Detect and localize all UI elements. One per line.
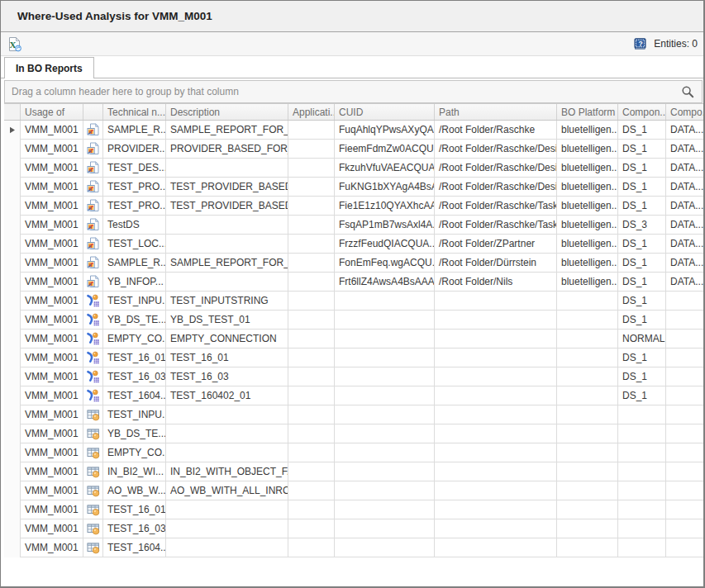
cell-description[interactable]: AO_WB_WITH_ALL_INROV (166, 481, 288, 500)
cell-path[interactable]: /Root Folder/Raschke/Desi... (435, 178, 557, 197)
cell-path[interactable] (435, 349, 557, 368)
cell-description[interactable]: TEST_16_03 (166, 368, 288, 386)
cell-component[interactable]: DS_1 (618, 197, 666, 216)
cell-technical[interactable]: TEST_1604... (103, 386, 166, 405)
cell-usage[interactable]: VMM_M001 (21, 159, 83, 178)
table-row[interactable]: VMM_M001YB_INFOP...Frt6llZ4AwsA4BsAAA...… (4, 273, 704, 292)
cell-description[interactable]: IN_BI2_WITH_OBJECT_F... (166, 462, 288, 481)
export-to-excel-button[interactable]: X (5, 35, 23, 53)
cell-component[interactable]: DS_1 (618, 292, 666, 311)
object-type-cell[interactable] (83, 273, 103, 292)
table-row[interactable]: VMM_M001SAMPLE_R...SAMPLE_REPORT_FOR_T..… (4, 254, 704, 273)
cell-component2[interactable] (666, 405, 704, 424)
object-type-cell[interactable] (83, 424, 103, 443)
cell-technical[interactable]: YB_INFOP... (103, 273, 166, 292)
cell-platform[interactable] (557, 538, 618, 557)
cell-component[interactable]: DS_1 (618, 386, 666, 405)
cell-component2[interactable]: DATA... (666, 178, 704, 197)
cell-technical[interactable]: TestDS (103, 216, 166, 235)
cell-component2[interactable] (666, 538, 704, 557)
object-type-cell[interactable] (83, 481, 103, 500)
table-row[interactable]: VMM_M001TEST_1604...TEST_160402_01DS_1 (4, 386, 704, 405)
cell-application[interactable] (288, 197, 335, 216)
cell-cuid[interactable] (335, 311, 435, 330)
cell-description[interactable]: EMPTY_CONNECTION (166, 330, 288, 349)
cell-component[interactable]: DS_1 (618, 311, 666, 330)
cell-usage[interactable]: VMM_M001 (21, 386, 83, 405)
cell-platform[interactable]: bluetelligen... (557, 235, 618, 254)
cell-component2[interactable] (666, 500, 704, 519)
row-indicator[interactable] (4, 462, 21, 481)
cell-description[interactable] (166, 500, 288, 519)
cell-path[interactable] (435, 481, 557, 500)
cell-component2[interactable] (666, 386, 704, 405)
cell-application[interactable] (288, 159, 335, 178)
cell-application[interactable] (288, 443, 335, 462)
cell-usage[interactable]: VMM_M001 (21, 178, 83, 197)
cell-path[interactable] (435, 500, 557, 519)
column-header-description[interactable]: Description (166, 104, 288, 120)
cell-component2[interactable] (666, 462, 704, 481)
row-indicator[interactable] (4, 292, 21, 311)
cell-description[interactable] (166, 216, 288, 235)
cell-usage[interactable]: VMM_M001 (21, 235, 83, 254)
cell-description[interactable]: PROVIDER_BASED_FOR_... (166, 140, 288, 159)
object-type-cell[interactable] (83, 386, 103, 405)
row-indicator[interactable] (4, 500, 21, 519)
table-row[interactable]: VMM_M001TestDSFsqAP1mB7wsAxl4A.../Root F… (4, 216, 704, 235)
cell-technical[interactable]: EMPTY_CO... (103, 330, 166, 349)
cell-platform[interactable]: bluetelligen... (557, 273, 618, 292)
cell-application[interactable] (288, 121, 335, 140)
cell-cuid[interactable] (335, 386, 435, 405)
cell-component2[interactable]: DATA... (666, 235, 704, 254)
row-indicator[interactable] (4, 368, 21, 386)
cell-platform[interactable] (557, 405, 618, 424)
cell-technical[interactable]: TEST_LOC... (103, 235, 166, 254)
cell-usage[interactable]: VMM_M001 (21, 519, 83, 538)
row-indicator[interactable] (4, 424, 21, 443)
row-indicator[interactable] (4, 538, 21, 557)
cell-platform[interactable] (557, 330, 618, 349)
cell-cuid[interactable] (335, 330, 435, 349)
cell-component[interactable]: DS_1 (618, 178, 666, 197)
cell-description[interactable] (166, 519, 288, 538)
object-type-cell[interactable] (83, 159, 103, 178)
cell-component[interactable] (618, 538, 666, 557)
cell-technical[interactable]: TEST_INPU... (103, 405, 166, 424)
cell-usage[interactable]: VMM_M001 (21, 500, 83, 519)
cell-description[interactable] (166, 538, 288, 557)
cell-component[interactable] (618, 481, 666, 500)
cell-usage[interactable]: VMM_M001 (21, 292, 83, 311)
cell-component[interactable]: DS_1 (618, 140, 666, 159)
cell-description[interactable] (166, 424, 288, 443)
cell-path[interactable] (435, 311, 557, 330)
cell-component2[interactable] (666, 481, 704, 500)
row-indicator[interactable] (4, 254, 21, 273)
table-row[interactable]: VMM_M001PROVIDER...PROVIDER_BASED_FOR_..… (4, 140, 704, 159)
table-row[interactable]: VMM_M001TEST_16_01 (4, 500, 704, 519)
object-type-cell[interactable] (83, 216, 103, 235)
cell-usage[interactable]: VMM_M001 (21, 254, 83, 273)
cell-technical[interactable]: IN_BI2_WI... (103, 462, 166, 481)
cell-cuid[interactable] (335, 424, 435, 443)
cell-technical[interactable]: TEST_PRO... (103, 178, 166, 197)
cell-platform[interactable] (557, 349, 618, 368)
table-row[interactable]: VMM_M001AO_WB_W...AO_WB_WITH_ALL_INROV (4, 481, 704, 500)
cell-description[interactable] (166, 405, 288, 424)
cell-usage[interactable]: VMM_M001 (21, 330, 83, 349)
search-icon[interactable] (681, 85, 695, 99)
cell-platform[interactable] (557, 311, 618, 330)
cell-usage[interactable]: VMM_M001 (21, 311, 83, 330)
table-row[interactable]: VMM_M001TEST_1604... (4, 538, 704, 557)
cell-usage[interactable]: VMM_M001 (21, 216, 83, 235)
cell-path[interactable]: /Root Folder/Raschke/Task... (435, 216, 557, 235)
cell-cuid[interactable] (335, 462, 435, 481)
table-row[interactable]: VMM_M001TEST_16_03 (4, 519, 704, 538)
cell-technical[interactable]: SAMPLE_R... (103, 121, 166, 140)
cell-usage[interactable]: VMM_M001 (21, 197, 83, 216)
object-type-cell[interactable] (83, 462, 103, 481)
cell-path[interactable] (435, 462, 557, 481)
cell-path[interactable] (435, 330, 557, 349)
cell-technical[interactable]: TEST_16_03 (103, 368, 166, 386)
table-row[interactable]: VMM_M001TEST_16_01TEST_16_01DS_1 (4, 349, 704, 368)
